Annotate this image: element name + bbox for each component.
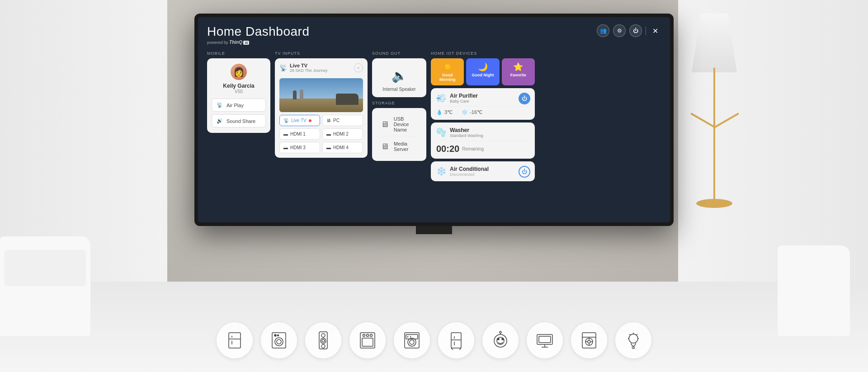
- svg-point-31: [494, 334, 507, 347]
- storage-usb[interactable]: 🖥 USBDevice Name: [377, 113, 422, 137]
- refrigerator-icon: [225, 331, 244, 350]
- device-icon-dishwasher[interactable]: [571, 322, 607, 358]
- storage-panel: 🖥 USBDevice Name 🖥: [372, 108, 426, 161]
- thinq-brand: ThinQ: [229, 40, 242, 45]
- tv-inputs-label: TV INPUTS: [275, 51, 368, 56]
- airplay-icon: 📡: [217, 102, 223, 108]
- close-button[interactable]: ✕: [650, 26, 661, 36]
- ac-status: Disconnected: [450, 172, 489, 177]
- lamp-shade: [692, 14, 737, 72]
- airplay-button[interactable]: 📡 Air Play: [212, 99, 266, 112]
- device-icon-tv[interactable]: [527, 322, 563, 358]
- input-grid: 📡 Live TV 🖥 PC ▬ HDMI: [279, 115, 363, 153]
- tv-inputs-panel: 📡 Live TV 28 SKD The Journey −: [275, 58, 368, 158]
- divider: [646, 26, 646, 35]
- hdmi4-icon: ▬: [326, 145, 331, 150]
- input-hdmi2[interactable]: ▬ HDMI 2: [322, 128, 363, 140]
- device-ac: ❄️ Air Conditional Disconnected ⏻: [431, 161, 535, 181]
- user-device: V50: [235, 89, 243, 94]
- antenna-icon: 📡: [279, 64, 287, 71]
- svg-point-6: [277, 339, 281, 344]
- sound-section-label: SOUND OUT: [372, 51, 426, 56]
- people-button[interactable]: 👥: [597, 24, 609, 37]
- svg-point-10: [321, 334, 325, 337]
- device-icon-robot-cleaner[interactable]: [482, 322, 519, 358]
- live-tv-bar: 📡 Live TV 28 SKD The Journey −: [279, 63, 363, 75]
- storage-media-server[interactable]: 🖥 Media Server: [377, 137, 422, 156]
- svg-point-18: [370, 334, 373, 337]
- svg-point-17: [367, 334, 369, 337]
- washer-name: Washer: [450, 127, 483, 133]
- ac-power[interactable]: ⏻: [519, 166, 530, 178]
- svg-point-34: [502, 338, 504, 340]
- media-server-name: Media Server: [394, 141, 419, 152]
- temp-fridge: 💧 3℃: [436, 109, 453, 115]
- svg-point-13: [322, 339, 325, 342]
- ac-name: Air Conditional: [450, 166, 489, 172]
- air-purifier-power[interactable]: ⏻: [519, 93, 530, 104]
- svg-point-16: [363, 334, 365, 337]
- air-purifier-name: Air Purifier: [450, 93, 478, 99]
- device-icon-lightbulb[interactable]: [615, 322, 651, 358]
- pc-icon: 🖥: [326, 118, 331, 123]
- hdmi3-icon: ▬: [283, 145, 288, 150]
- snowflake-icon: ❄️: [462, 109, 468, 115]
- soundshare-icon: 🔊: [217, 118, 223, 124]
- washer-icon: 🫧: [436, 127, 446, 137]
- bottom-device-icons: [217, 322, 651, 358]
- usb-device-name: USBDevice Name: [394, 116, 419, 132]
- input-hdmi4[interactable]: ▬ HDMI 4: [322, 142, 363, 153]
- fridge2-icon: [447, 331, 466, 350]
- mode-morning[interactable]: ☀️ Good Morning: [431, 58, 464, 85]
- ac-icon: ❄️: [436, 166, 446, 176]
- tv-stand: [416, 226, 452, 234]
- settings-button[interactable]: ⚙: [613, 24, 626, 37]
- channel-info: 28 SKD The Journey: [290, 68, 327, 73]
- robot-cleaner-icon: [491, 331, 510, 350]
- device-icon-oven[interactable]: [349, 322, 386, 358]
- air-purifier-icon: 💨: [436, 93, 446, 103]
- expand-button[interactable]: −: [354, 63, 363, 72]
- mobile-section-label: MOBILE: [207, 51, 270, 56]
- svg-point-44: [588, 340, 590, 343]
- svg-point-8: [278, 335, 279, 336]
- sound-panel[interactable]: 🔈 Internal Speaker: [372, 58, 426, 97]
- input-livetv[interactable]: 📡 Live TV: [279, 115, 320, 126]
- washer-dryer-icon: [402, 331, 421, 350]
- storage-section-label: STORAGE: [372, 101, 426, 105]
- mode-night[interactable]: 🌙 Good Night: [466, 58, 499, 85]
- input-hdmi1[interactable]: ▬ HDMI 1: [279, 128, 320, 140]
- svg-point-49: [629, 334, 638, 343]
- mobile-user: 👩 Keily Garcia V50: [212, 64, 266, 94]
- washer-sub: Standard Washing: [450, 133, 483, 138]
- dashboard-overlay: Home Dashboard powered by ThinQ AI 👥 ⚙: [198, 17, 670, 222]
- svg-rect-0: [229, 333, 241, 348]
- device-icon-washer-dryer[interactable]: [394, 322, 430, 358]
- device-icon-washer[interactable]: [261, 322, 297, 358]
- speaker-icon: [314, 331, 333, 350]
- device-icon-fridge2[interactable]: [438, 322, 474, 358]
- device-icon-speaker[interactable]: [305, 322, 341, 358]
- iot-section: HOME IOT DEVICES ☀️ Good Morning 🌙 Good …: [431, 51, 535, 184]
- floor-lamp: [678, 14, 750, 208]
- oven-icon: [358, 331, 377, 350]
- mobile-panel: 👩 Keily Garcia V50 📡 Air Play 🔊: [207, 58, 270, 133]
- dishwasher-icon: [580, 331, 599, 350]
- input-hdmi3[interactable]: ▬ HDMI 3: [279, 142, 320, 153]
- sofa: [0, 236, 90, 336]
- soundshare-button[interactable]: 🔊 Sound Share: [212, 114, 266, 127]
- svg-rect-14: [360, 333, 375, 348]
- iot-section-label: HOME IOT DEVICES: [431, 51, 535, 56]
- hdmi2-icon: ▬: [326, 132, 331, 137]
- device-icon-refrigerator[interactable]: [217, 322, 253, 358]
- temp-row: 💧 3℃ ❄️ -16℃: [436, 106, 529, 115]
- svg-point-12: [321, 344, 325, 348]
- tv-thumbnail: [279, 78, 363, 112]
- speaker-icon: 🔈: [392, 68, 407, 83]
- mobile-section: MOBILE 👩 Keily Garcia V50 📡: [207, 51, 270, 184]
- power-button[interactable]: ⏻: [629, 24, 642, 37]
- mode-favorite[interactable]: ⭐ Favorite: [502, 58, 535, 85]
- input-pc[interactable]: 🖥 PC: [322, 115, 363, 126]
- svg-point-7: [274, 334, 276, 336]
- washer-icon: [269, 331, 288, 350]
